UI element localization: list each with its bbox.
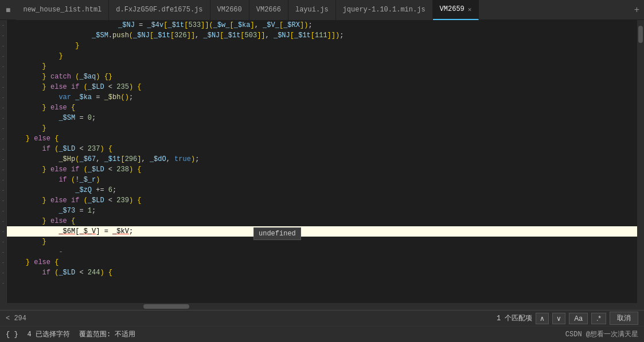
left-arrow-line: -	[0, 61, 6, 72]
left-arrow-line: -	[0, 216, 6, 226]
left-arrow-line: -	[0, 41, 6, 51]
code-line: _$SM.push(_$NJ[_$1t[326]], _$NJ[_$1t[503…	[7, 30, 637, 41]
scrollbar-bottom-thumb[interactable]	[143, 304, 189, 309]
left-arrow-line: -	[0, 154, 6, 164]
left-arrow-line: -	[0, 144, 6, 154]
tab-label: d.FxJzG50F.dfe1675.js	[116, 6, 202, 14]
tab-bar: ■ new_house_list.html d.FxJzG50F.dfe1675…	[0, 0, 644, 20]
left-arrow-line: -	[0, 30, 6, 41]
left-arrow-line: -	[0, 257, 6, 268]
left-arrow-line: -	[0, 72, 6, 82]
code-line: _$zQ += 6;	[7, 185, 637, 195]
left-arrow-line: -	[0, 123, 6, 133]
search-case-button[interactable]: Aa	[569, 313, 588, 324]
selection-info: 4 已选择字符	[28, 329, 70, 339]
brand-label: CSDN @想看一次满天星	[565, 329, 638, 339]
tab-label: VM2660	[217, 6, 242, 14]
code-line: if (!_$_r)	[7, 175, 637, 185]
bottom-status-bar: { } 4 已选择字符 覆盖范围: 不适用 CSDN @想看一次满天星	[0, 326, 644, 342]
close-tab-icon[interactable]: ✕	[468, 6, 472, 13]
code-area: - - - - - - - - - - - - - - - - - - - - …	[0, 20, 644, 303]
code-line: -	[7, 247, 637, 257]
editor-container: - - - - - - - - - - - - - - - - - - - - …	[0, 20, 644, 310]
code-line: _$73 = 1;	[7, 206, 637, 216]
code-line: } else if (_$LD < 235) {	[7, 82, 637, 92]
tab-new-house-list[interactable]: new_house_list.html	[16, 0, 109, 20]
scrollbar-bottom-track[interactable]	[29, 304, 644, 309]
code-line: _$NJ = _$4v[_$1t[533]](_$w_[_$ka], _$V_[…	[7, 20, 637, 30]
code-line: }	[7, 237, 637, 247]
line-indicator: < 294	[6, 315, 40, 323]
tab-dFxJz[interactable]: d.FxJzG50F.dfe1675.js	[109, 0, 210, 20]
left-arrow-line: -	[0, 113, 6, 123]
tab-label: new_house_list.html	[23, 6, 102, 14]
left-gutter-area: - - - - - - - - - - - - - - - - - - - - …	[0, 20, 7, 303]
code-line: } catch (_$aq) {}	[7, 72, 637, 82]
tab-label: layui.js	[295, 6, 329, 14]
search-next-button[interactable]: ∨	[552, 313, 565, 324]
match-count: 1 个匹配项	[497, 313, 532, 323]
left-arrow-line: -	[0, 103, 6, 113]
search-bar-right: 1 个匹配项 ∧ ∨ Aa .* 取消	[497, 312, 638, 325]
left-arrow-line: -	[0, 175, 6, 185]
code-content[interactable]: _$NJ = _$4v[_$1t[533]](_$w_[_$ka], _$V_[…	[7, 20, 637, 303]
code-line: }	[7, 41, 637, 51]
tab-label: VM2666	[256, 6, 281, 14]
left-arrow-line: -	[0, 237, 6, 247]
code-line: } else if (_$LD < 238) {	[7, 164, 637, 175]
tab-vm2666[interactable]: VM2666	[249, 0, 288, 20]
left-arrow-line: -	[0, 164, 6, 175]
left-arrow-line: -	[0, 133, 6, 144]
code-lines: _$NJ = _$4v[_$1t[533]](_$w_[_$ka], _$V_[…	[7, 20, 637, 288]
scrollbar-right[interactable]	[637, 20, 644, 303]
tab-bar-right: +	[630, 5, 644, 15]
code-line: } else {	[7, 103, 637, 113]
tab-label: VM2659	[440, 5, 465, 13]
left-arrow-line: -	[0, 195, 6, 206]
code-line: _$SM = 0;	[7, 113, 637, 123]
code-line: } else if (_$LD < 239) {	[7, 195, 637, 206]
tab-jquery[interactable]: jquery-1.10.1.min.js	[336, 0, 433, 20]
left-arrow-line: -	[0, 247, 6, 257]
tab-bar-nav: ■	[2, 3, 14, 17]
scrollbar-bottom[interactable]	[0, 303, 644, 310]
left-arrow-line: -	[0, 206, 6, 216]
code-line: if (_$LD < 237) {	[7, 144, 637, 154]
tab-back-button[interactable]: ■	[2, 3, 14, 17]
left-arrow-line: -	[0, 278, 6, 288]
code-line: } else {	[7, 133, 637, 144]
code-line: }	[7, 61, 637, 72]
coverage-info: 覆盖范围: 不适用	[79, 329, 135, 339]
search-bar: < 294 1 个匹配项 ∧ ∨ Aa .* 取消	[0, 310, 644, 326]
left-arrow-line: -	[0, 92, 6, 103]
tab-vm2660[interactable]: VM2660	[210, 0, 249, 20]
code-line: if (_$LD < 244) {	[7, 268, 637, 278]
left-arrow-line: -	[0, 82, 6, 92]
left-arrow-line: -	[0, 20, 6, 30]
brackets-icon: { }	[6, 331, 18, 339]
code-line: var _$ka = _$bh();	[7, 92, 637, 103]
add-tab-button[interactable]: +	[630, 5, 644, 15]
code-line: }	[7, 51, 637, 61]
left-arrow-line: -	[0, 268, 6, 278]
search-regex-button[interactable]: .*	[591, 313, 606, 324]
code-line	[7, 278, 637, 288]
tab-label: jquery-1.10.1.min.js	[343, 6, 426, 14]
tab-layui[interactable]: layui.js	[288, 0, 336, 20]
code-line: }	[7, 123, 637, 133]
code-line: } else {	[7, 216, 637, 226]
code-line: _$Hp(_$67, _$1t[296], _$dO, true);	[7, 154, 637, 164]
left-arrow-line: -	[0, 185, 6, 195]
left-arrow-line: -	[0, 226, 6, 237]
code-line-highlighted: _$6M[_$_V] = _$kV;	[7, 226, 637, 237]
tab-vm2659[interactable]: VM2659 ✕	[433, 0, 479, 20]
scrollbar-thumb[interactable]	[638, 26, 643, 43]
search-prev-button[interactable]: ∧	[536, 313, 549, 324]
search-cancel-button[interactable]: 取消	[610, 312, 638, 325]
code-line: } else {	[7, 257, 637, 268]
left-arrow-line: -	[0, 51, 6, 61]
